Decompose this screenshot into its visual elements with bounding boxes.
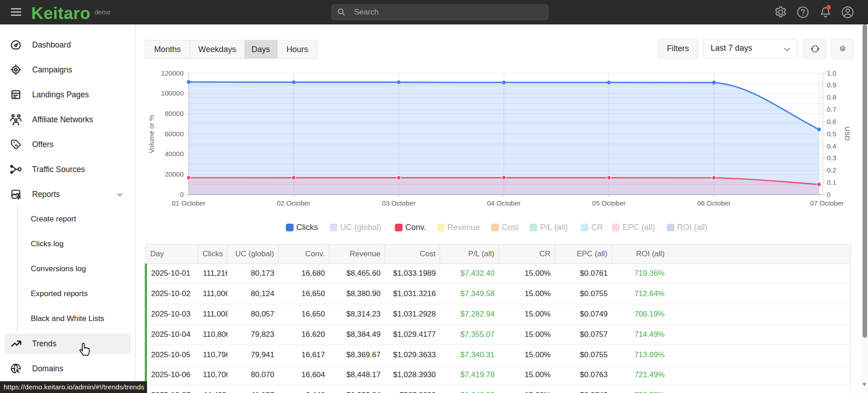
svg-text:0.8: 0.8 [827, 93, 836, 101]
svg-text:60000: 60000 [165, 130, 184, 138]
svg-text:80000: 80000 [165, 110, 184, 117]
svg-text:1.0: 1.0 [827, 69, 836, 77]
svg-text:05 October: 05 October [592, 199, 626, 207]
svg-text:120000: 120000 [161, 69, 184, 77]
svg-text:0: 0 [827, 191, 830, 198]
svg-text:40000: 40000 [165, 150, 184, 158]
svg-text:02 October: 02 October [277, 199, 310, 207]
svg-text:0.3: 0.3 [827, 154, 836, 162]
svg-text:06 October: 06 October [697, 199, 730, 207]
svg-text:0.7: 0.7 [827, 105, 836, 113]
svg-text:0.4: 0.4 [827, 142, 836, 150]
svg-text:0.9: 0.9 [827, 81, 836, 89]
svg-text:100000: 100000 [161, 89, 184, 97]
svg-text:0: 0 [180, 191, 184, 198]
svg-text:0.1: 0.1 [827, 178, 836, 186]
svg-text:01 October: 01 October [172, 199, 205, 207]
svg-text:0.2: 0.2 [827, 166, 836, 174]
svg-text:07 October: 07 October [810, 199, 844, 207]
svg-text:Volume or %: Volume or % [147, 115, 155, 153]
svg-text:0.5: 0.5 [827, 130, 836, 138]
svg-text:0.6: 0.6 [827, 118, 836, 125]
svg-text:20000: 20000 [165, 170, 184, 178]
svg-text:USD: USD [844, 126, 851, 141]
svg-text:04 October: 04 October [487, 199, 521, 207]
svg-text:03 October: 03 October [382, 199, 415, 207]
